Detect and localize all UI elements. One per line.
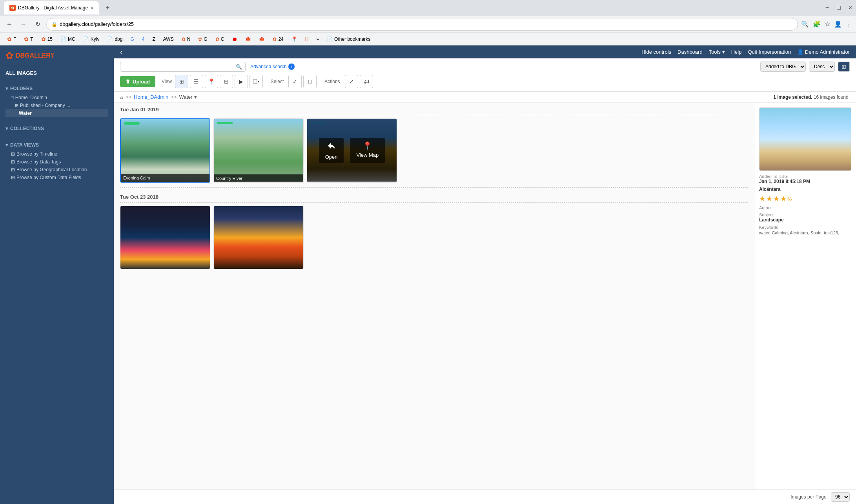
- slideshow-btn[interactable]: ▶: [235, 75, 248, 88]
- search-box[interactable]: 🔍: [120, 62, 246, 72]
- upload-button[interactable]: ⬆ Upload: [120, 76, 155, 87]
- bookmark-dbg[interactable]: 📄dbg: [104, 36, 126, 43]
- forward-button[interactable]: →: [18, 19, 29, 30]
- close-tab-icon[interactable]: ×: [90, 5, 93, 11]
- address-bar[interactable]: 🔒: [46, 18, 798, 31]
- bookmark-h[interactable]: H: [302, 36, 312, 43]
- back-button[interactable]: ←: [4, 19, 15, 30]
- search-icon[interactable]: 🔍: [236, 64, 242, 70]
- sort-select[interactable]: Added to DBG: [760, 62, 806, 72]
- folder-water[interactable]: Water: [5, 109, 108, 117]
- bookmark-15[interactable]: ✿15: [38, 35, 56, 43]
- folders-section-header[interactable]: ▾ FOLDERS: [5, 83, 108, 94]
- image-card-sunset1[interactable]: [120, 206, 210, 269]
- minimize-button[interactable]: −: [825, 4, 829, 11]
- profile-icon[interactable]: 👤: [834, 20, 842, 28]
- all-images-link[interactable]: ALL IMAGES: [0, 66, 114, 80]
- selected-count: 1 image selected.: [773, 94, 812, 100]
- view-buttons: ⊞ ☰ 📍 ⊟ ▶ ☐ ▾: [175, 75, 263, 88]
- tools-dropdown[interactable]: Tools ▾: [709, 49, 725, 55]
- bookmark-n[interactable]: ✿N: [178, 36, 194, 43]
- folder-label: Published - Company ...: [20, 103, 70, 108]
- search-icon[interactable]: 🔍: [801, 20, 809, 28]
- bookmark-mc[interactable]: 📄MC: [57, 36, 78, 43]
- bookmark-g[interactable]: G: [127, 36, 137, 43]
- grid-view-btn[interactable]: ⊞: [175, 75, 188, 88]
- bookmark-g2[interactable]: ✿G: [195, 36, 210, 43]
- bookmark-f[interactable]: ✿F: [4, 35, 19, 43]
- breadcrumb-home-dadmin[interactable]: Home_DAdmin: [134, 94, 168, 100]
- dashboard-link[interactable]: Dashboard: [678, 49, 703, 55]
- quit-impersonation-link[interactable]: Quit Impersonation: [748, 49, 791, 55]
- sidebar-item-browse-data-tags[interactable]: ⊞ Browse by Data Tags: [5, 158, 108, 166]
- fullscreen-btn[interactable]: ⤢: [345, 75, 358, 88]
- folder-home-dadmin[interactable]: □ Home_DAdmin: [5, 94, 108, 102]
- bookmark-icon[interactable]: ☆: [825, 20, 830, 28]
- home-icon[interactable]: ⌂: [120, 94, 123, 100]
- actions-label: Actions: [323, 79, 341, 84]
- search-input[interactable]: [124, 64, 233, 70]
- bookmark-z[interactable]: Z: [149, 36, 158, 43]
- sidebar-item-browse-custom[interactable]: ⊞ Browse by Custom Data Fields: [5, 174, 108, 181]
- help-link[interactable]: Help: [731, 49, 742, 55]
- list-view-btn[interactable]: ☰: [190, 75, 203, 88]
- hide-controls-link[interactable]: Hide controls: [641, 49, 671, 55]
- bookmark-24[interactable]: ✿24: [270, 36, 286, 43]
- collapse-button[interactable]: ‹: [120, 48, 122, 56]
- url-input[interactable]: [60, 21, 793, 27]
- bookmark-yt[interactable]: ⏺: [229, 35, 240, 43]
- per-page-select[interactable]: 96: [831, 492, 850, 502]
- select-all-btn[interactable]: ✓: [288, 75, 302, 88]
- bookmark-kyiv[interactable]: 📄Kyiv: [80, 36, 103, 43]
- info-added-dbg: Added To DBG Jan 1, 2019 8:45:18 PM: [759, 174, 851, 184]
- sidebar-item-browse-timeline[interactable]: ⊞ Browse by Timeline: [5, 150, 108, 158]
- map-view-btn[interactable]: 📍: [205, 75, 218, 88]
- bookmark-t[interactable]: ✿T: [21, 35, 36, 43]
- image-thumbnail-country-river: [214, 119, 303, 181]
- advanced-search-link[interactable]: Advanced search i: [250, 63, 295, 70]
- image-card-building[interactable]: [759, 107, 851, 171]
- tag-btn[interactable]: 🏷: [360, 75, 373, 88]
- bookmark-c[interactable]: ✿C: [212, 36, 228, 43]
- menu-icon[interactable]: ⋮: [846, 20, 852, 28]
- view-map-label: View Map: [356, 152, 379, 158]
- close-button[interactable]: ×: [849, 4, 852, 11]
- bookmark-maple2[interactable]: 🍁: [256, 36, 268, 43]
- open-button[interactable]: Open: [319, 138, 344, 163]
- new-tab-button[interactable]: +: [102, 2, 113, 13]
- image-card-country-river[interactable]: Country River: [213, 118, 304, 183]
- user-menu[interactable]: 👤 Demo Administrator: [797, 49, 850, 55]
- deselect-btn[interactable]: □: [303, 75, 317, 88]
- maximize-button[interactable]: □: [837, 4, 841, 11]
- chevron-down-icon: ▾: [722, 49, 725, 55]
- bookmark-4[interactable]: 4: [139, 36, 148, 43]
- table-view-btn[interactable]: ⊟: [220, 75, 233, 88]
- data-views-label: DATA VIEWS: [10, 142, 39, 148]
- data-views-section-header[interactable]: ▾ DATA VIEWS: [5, 140, 108, 150]
- bookmark-aws[interactable]: AWS: [160, 36, 177, 43]
- bookmark-other[interactable]: 📄 Other bookmarks: [324, 36, 373, 43]
- view-map-button[interactable]: 📍 View Map: [350, 138, 385, 163]
- window-controls: − □ ×: [825, 4, 852, 11]
- grid-view-button[interactable]: ⊞: [838, 62, 850, 72]
- bookmark-map[interactable]: 📍: [288, 36, 301, 43]
- plus-icon: ⊞: [11, 175, 15, 180]
- image-caption-country-river: Country River: [214, 174, 303, 182]
- extension-icon[interactable]: 🧩: [813, 20, 821, 28]
- data-views-section: ▾ DATA VIEWS ⊞ Browse by Timeline ⊞ Brow…: [0, 137, 114, 185]
- collections-section-header[interactable]: ▾ COLLECTIONS: [5, 123, 108, 134]
- bookmark-maple1[interactable]: 🍁: [242, 36, 254, 43]
- sidebar-item-browse-geo[interactable]: ⊞ Browse by Geographical Location: [5, 166, 108, 174]
- image-card-sunset2[interactable]: [213, 206, 304, 269]
- select-dropdown-btn[interactable]: ☐ ▾: [250, 75, 263, 88]
- folder-published-company[interactable]: ⊞ Published - Company ...: [5, 102, 108, 109]
- bookmark-more[interactable]: »: [313, 36, 322, 43]
- image-card-bridge[interactable]: Open 📍 View Map: [307, 118, 397, 183]
- order-select[interactable]: Desc: [809, 62, 835, 72]
- chevron-down-icon: ▾: [5, 86, 8, 91]
- reload-button[interactable]: ↻: [32, 19, 43, 30]
- sidebar-logo[interactable]: ✿ DBGALLERY: [0, 45, 114, 66]
- image-card-evening-calm[interactable]: Evening Calm: [120, 118, 210, 183]
- breadcrumb-water[interactable]: Water ▾: [179, 94, 197, 100]
- browser-tab[interactable]: ✿ DBGallery - Digital Asset Manage ×: [4, 1, 99, 15]
